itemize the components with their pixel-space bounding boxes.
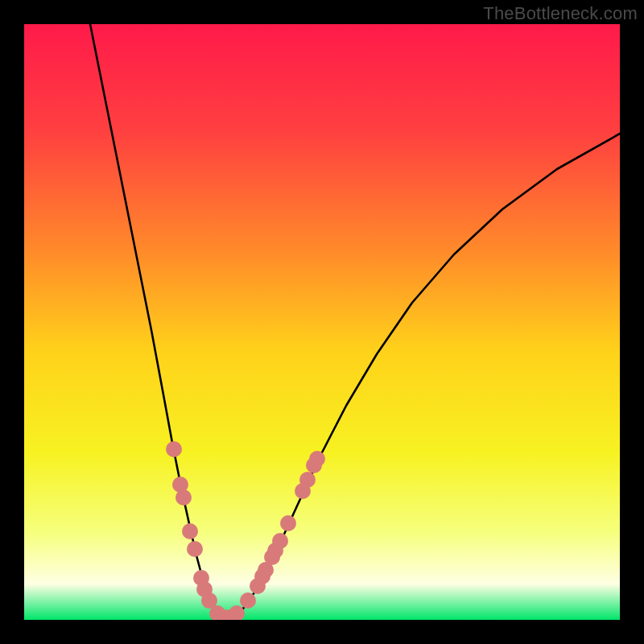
watermark-text: TheBottleneck.com [483, 3, 638, 24]
black-frame [0, 0, 644, 644]
